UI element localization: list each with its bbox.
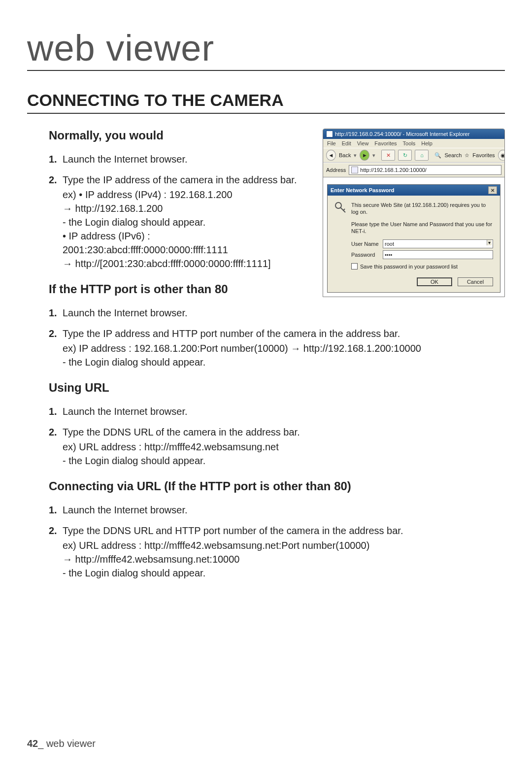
list-item: 1. Launch the Internet browser. (49, 306, 505, 320)
password-input[interactable]: •••• (383, 250, 493, 259)
section-httpport-title: If the HTTP port is other than 80 (49, 282, 308, 296)
steps-usingurl: 1. Launch the Internet browser. 2. Type … (49, 404, 505, 468)
svg-line-1 (340, 207, 345, 212)
back-button[interactable]: ◄ (326, 150, 336, 161)
save-password-checkbox[interactable] (351, 263, 358, 269)
username-label: User Name (351, 241, 380, 247)
menu-item[interactable]: File (327, 140, 336, 146)
stop-button[interactable]: ✕ (381, 150, 395, 161)
save-password-label: Save this password in your password list (360, 264, 458, 269)
ie-page-icon (351, 167, 358, 173)
section-normally-title: Normally, you would (49, 129, 308, 142)
address-label: Address (326, 167, 346, 173)
page-top-title: web viewer (27, 27, 505, 71)
steps-connecturl: 1. Launch the Internet browser. 2. Type … (49, 503, 505, 580)
ie-toolbar: ◄ Back ▾ ► ▾ ✕ ↻ ⌂ 🔍 Search ☆ Favorites … (323, 148, 504, 163)
auth-dialog: Enter Network Password ✕ (327, 184, 500, 293)
forward-button[interactable]: ► (360, 150, 369, 161)
home-button[interactable]: ⌂ (415, 150, 429, 161)
menu-item[interactable]: Favorites (374, 140, 397, 146)
cancel-button[interactable]: Cancel (458, 277, 493, 286)
refresh-button[interactable]: ↻ (398, 150, 412, 161)
media-button[interactable]: ◉ (498, 150, 505, 161)
ie-title-text: http://192.168.0.254:10000/ - Microsoft … (335, 131, 469, 137)
list-item: 2. Type the DDNS URL and HTTP port numbe… (49, 524, 505, 580)
ok-button[interactable]: OK (417, 277, 452, 286)
list-item: 1. Launch the Internet browser. (49, 503, 505, 517)
list-item: 1. Launch the Internet browser. (49, 404, 505, 418)
menu-item[interactable]: Edit (342, 140, 351, 146)
ie-titlebar: http://192.168.0.254:10000/ - Microsoft … (323, 129, 504, 139)
list-item: 2. Type the IP address of the camera in … (49, 173, 308, 270)
auth-dialog-title: Enter Network Password ✕ (328, 185, 500, 196)
svg-line-2 (343, 209, 345, 210)
list-item: 2. Type the IP address and HTTP port num… (49, 327, 505, 369)
section-usingurl-title: Using URL (49, 381, 505, 395)
ie-app-icon (326, 131, 333, 137)
address-input[interactable]: http://192.168.1.200:10000/ (349, 165, 501, 175)
page-footer: 42_ web viewer (27, 738, 96, 749)
chapter-title: CONNECTING TO THE CAMERA (27, 91, 505, 114)
menu-item[interactable]: Tools (403, 140, 416, 146)
search-label: Search (444, 152, 462, 158)
ie-window: http://192.168.0.254:10000/ - Microsoft … (323, 129, 505, 297)
ie-addressbar: Address http://192.168.1.200:10000/ (323, 163, 504, 177)
steps-normally: 1. Launch the Internet browser. 2. Type … (49, 152, 308, 270)
menu-item[interactable]: Help (421, 140, 432, 146)
key-icon (334, 202, 346, 215)
list-item: 1. Launch the Internet browser. (49, 152, 308, 166)
username-input[interactable]: root (383, 239, 493, 248)
back-label: Back (339, 152, 351, 158)
menu-item[interactable]: View (357, 140, 369, 146)
section-connecturl-title: Connecting via URL (If the HTTP port is … (49, 479, 505, 493)
search-icon[interactable]: 🔍 (434, 152, 441, 159)
auth-msg-1: This secure Web Site (at 192.168.1.200) … (351, 202, 493, 216)
auth-msg-2: Please type the User Name and Password t… (351, 221, 493, 235)
favorites-icon[interactable]: ☆ (465, 152, 469, 159)
close-icon[interactable]: ✕ (488, 186, 497, 194)
ie-menubar: File Edit View Favorites Tools Help (323, 139, 504, 148)
favorites-label: Favorites (472, 152, 495, 158)
steps-httpport: 1. Launch the Internet browser. 2. Type … (49, 306, 505, 369)
password-label: Password (351, 252, 380, 258)
list-item: 2. Type the DDNS URL of the camera in th… (49, 425, 505, 468)
